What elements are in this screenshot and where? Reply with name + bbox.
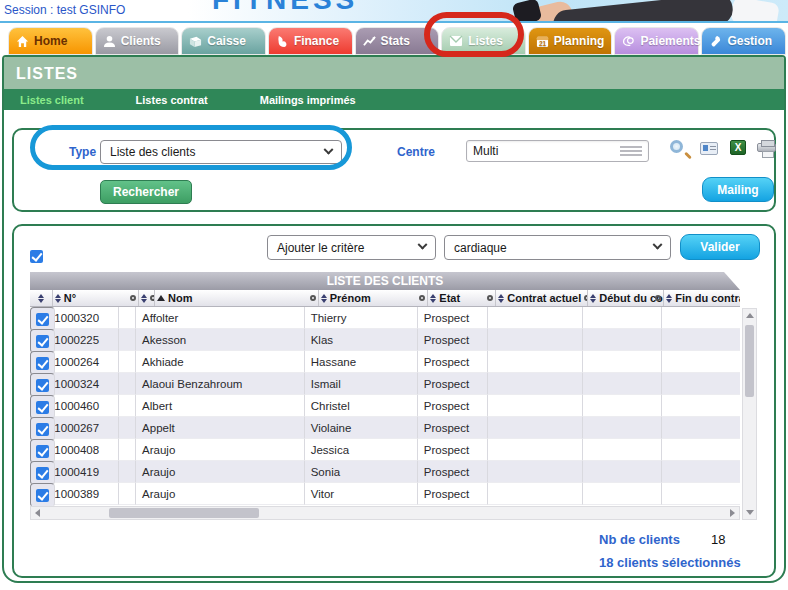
tab-paiements[interactable]: Paiements xyxy=(614,27,699,55)
valider-button[interactable]: Valider xyxy=(680,234,760,260)
table-row[interactable]: 1191000267 Appelt Violaine Prospect xyxy=(30,417,740,439)
scroll-left-icon[interactable] xyxy=(35,509,40,517)
sort-icon[interactable] xyxy=(666,294,672,303)
horizontal-scroll-thumb[interactable] xyxy=(109,508,259,518)
contact-card-icon[interactable] xyxy=(700,142,718,155)
type-select[interactable]: Liste des clients xyxy=(100,140,342,164)
vertical-scrollbar[interactable] xyxy=(742,308,757,520)
row-checkbox[interactable] xyxy=(36,467,49,480)
row-checkbox[interactable] xyxy=(36,445,49,458)
sub-navigation: Listes client Listes contrat Mailings im… xyxy=(4,89,784,110)
header-fin-contrat: Fin du contrat xyxy=(664,290,740,306)
centre-label: Centre xyxy=(397,145,435,159)
table-row[interactable]: 1191000264 Akhiade Hassane Prospect xyxy=(30,351,740,373)
header-select xyxy=(30,290,53,306)
header-no: N° xyxy=(53,290,140,306)
page-container: LISTES Listes client Listes contrat Mail… xyxy=(2,55,786,583)
clients-table: LISTE DES CLIENTS N° Nom Prénom Etat Con… xyxy=(30,272,740,520)
column-search-icon[interactable] xyxy=(487,295,493,301)
list-lines-icon[interactable] xyxy=(620,146,642,156)
client-count-label: Nb de clients xyxy=(599,532,680,547)
row-checkbox[interactable] xyxy=(36,357,49,370)
chevron-down-icon xyxy=(324,144,334,154)
vertical-scroll-thumb[interactable] xyxy=(745,325,754,397)
sort-icon[interactable] xyxy=(38,294,44,303)
tab-listes[interactable]: Listes xyxy=(441,27,526,55)
header-nom: Nom xyxy=(155,290,319,306)
row-checkbox[interactable] xyxy=(36,313,49,326)
tab-home[interactable]: Home xyxy=(8,27,93,55)
tab-gestion[interactable]: Gestion xyxy=(701,27,786,55)
table-row[interactable]: 1191000408 Araujo Jessica Prospect xyxy=(30,439,740,461)
table-body: 1191000320 Affolter Thierry Prospect 119… xyxy=(30,307,740,506)
row-checkbox[interactable] xyxy=(36,379,49,392)
sort-icon[interactable] xyxy=(141,294,147,303)
table-row[interactable]: 1191000320 Affolter Thierry Prospect xyxy=(30,307,740,329)
horizontal-scrollbar[interactable] xyxy=(30,506,740,520)
tab-clients[interactable]: Clients xyxy=(95,27,180,55)
brand-logo: FITNESS xyxy=(212,0,358,16)
header-debut-contrat: Début du contrat xyxy=(588,290,664,306)
row-checkbox[interactable] xyxy=(36,423,49,436)
tab-finance[interactable]: Finance xyxy=(268,27,353,55)
svg-text:21: 21 xyxy=(539,40,547,47)
header-prenom: Prénom xyxy=(319,290,429,306)
subnav-listes-client[interactable]: Listes client xyxy=(20,94,84,106)
selected-clients-label: 18 clients sélectionnés xyxy=(599,555,741,570)
client-count-value: 18 xyxy=(711,532,725,547)
type-label: Type xyxy=(69,145,96,159)
criterion-value-select[interactable]: cardiaque xyxy=(444,235,671,260)
column-search-icon[interactable] xyxy=(419,295,425,301)
home-icon xyxy=(16,35,29,48)
table-title: LISTE DES CLIENTS xyxy=(30,272,740,290)
column-search-icon[interactable] xyxy=(310,295,316,301)
table-row[interactable]: 1191000419 Araujo Sonia Prospect xyxy=(30,461,740,483)
person-icon xyxy=(103,35,116,48)
sort-icon[interactable] xyxy=(498,294,504,303)
table-row[interactable]: 1191000225 Akesson Klas Prospect xyxy=(30,329,740,351)
cashbox-icon xyxy=(189,35,202,48)
tab-planning[interactable]: 21 Planning xyxy=(528,27,613,55)
page-title: LISTES xyxy=(4,57,784,89)
row-checkbox[interactable] xyxy=(36,401,49,414)
scroll-right-icon[interactable] xyxy=(730,509,735,517)
sort-icon[interactable] xyxy=(321,294,327,303)
search-icon[interactable] xyxy=(670,140,683,153)
excel-export-icon[interactable]: X xyxy=(730,140,746,155)
chart-icon xyxy=(363,35,376,48)
sort-icon[interactable] xyxy=(430,294,436,303)
table-row[interactable]: 1191000460 Albert Christel Prospect xyxy=(30,395,740,417)
chevron-down-icon xyxy=(653,240,663,250)
subnav-listes-contrat[interactable]: Listes contrat xyxy=(136,94,208,106)
scroll-up-icon[interactable] xyxy=(746,313,754,318)
row-checkbox[interactable] xyxy=(36,489,49,502)
printer-icon[interactable] xyxy=(757,143,776,152)
select-all-checkbox[interactable] xyxy=(30,250,43,263)
row-checkbox[interactable] xyxy=(36,335,49,348)
session-label: Session : test GSINFO xyxy=(4,3,125,17)
sort-icon[interactable] xyxy=(590,294,596,303)
table-row[interactable]: 1191000324 Alaoui Benzahroum Ismail Pros… xyxy=(30,373,740,395)
tab-stats[interactable]: Stats xyxy=(355,27,440,55)
wrench-icon xyxy=(709,35,722,48)
mailing-button[interactable]: Mailing xyxy=(702,177,774,202)
centre-input[interactable]: Multi xyxy=(466,140,649,162)
column-search-icon[interactable] xyxy=(130,295,136,301)
top-banner: FITNESS Session : test GSINFO xyxy=(0,0,788,23)
finance-icon xyxy=(276,35,289,48)
sort-icon[interactable] xyxy=(55,294,61,303)
tab-caisse[interactable]: Caisse xyxy=(181,27,266,55)
filter-panel: Type Liste des clients Centre Multi X Re… xyxy=(12,128,776,212)
subnav-mailings-imprimes[interactable]: Mailings imprimés xyxy=(260,94,356,106)
calendar-icon: 21 xyxy=(536,35,549,48)
scroll-down-icon[interactable] xyxy=(746,510,754,515)
list-panel: Ajouter le critère cardiaque Valider LIS… xyxy=(12,224,776,578)
table-header-row: N° Nom Prénom Etat Contrat actuel Début … xyxy=(30,290,740,307)
add-criterion-select[interactable]: Ajouter le critère xyxy=(267,235,436,260)
sort-asc-icon[interactable] xyxy=(157,295,165,301)
table-row[interactable]: 1191000389 Araujo Vitor Prospect xyxy=(30,483,740,505)
envelope-icon xyxy=(449,35,463,47)
main-tabbar: Home Clients Caisse Finance Stats Listes… xyxy=(0,23,788,55)
rechercher-button[interactable]: Rechercher xyxy=(100,180,192,204)
header-contrat-actuel: Contrat actuel xyxy=(496,290,588,306)
